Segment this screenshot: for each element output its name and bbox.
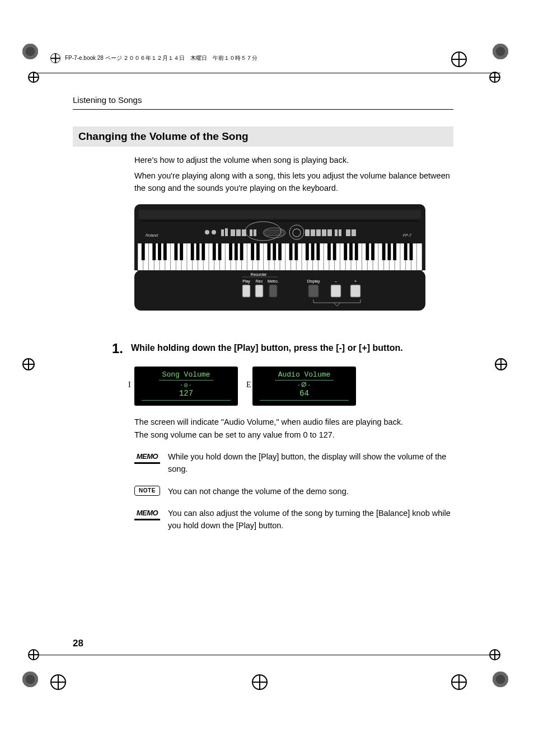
svg-rect-119 (251, 243, 254, 260)
svg-rect-50 (350, 285, 360, 297)
svg-rect-108 (163, 243, 167, 260)
lcd-screens: I Song Volume ·◎· 127 E Audio Volume ·ⵁ·… (134, 367, 453, 406)
lcd-knob-right: ·ⵁ· (297, 382, 311, 388)
model-text: FP-7 (403, 233, 412, 237)
svg-rect-49 (331, 285, 341, 297)
svg-rect-11 (254, 229, 256, 236)
svg-rect-19 (327, 229, 332, 236)
svg-rect-5 (221, 229, 224, 236)
memo-badge-icon: MEMO (134, 451, 160, 464)
svg-rect-135 (371, 243, 374, 260)
reg-mark-midl (22, 358, 35, 370)
svg-point-3 (205, 230, 209, 234)
svg-rect-106 (152, 243, 156, 260)
svg-rect-6 (225, 228, 228, 236)
svg-rect-141 (134, 243, 138, 270)
after-lcd-2: The song volume can be set to any value … (134, 429, 453, 441)
callout-group-label2: Recorder (251, 273, 267, 276)
lcd-knob-left: ·◎· (180, 382, 193, 388)
lcd-val-left: 127 (179, 389, 193, 398)
svg-rect-118 (240, 243, 243, 260)
note-row-1: MEMO While you hold down the [Play] butt… (134, 451, 453, 476)
reg-icon (50, 53, 60, 63)
intro-text: Here's how to adjust the volume when son… (134, 154, 453, 194)
lcd-side-i: I (128, 381, 131, 389)
lcd-audio-volume: E Audio Volume ·ⵁ· 64 (252, 367, 356, 406)
header-stamp: FP-7-e.book 28 ページ ２００６年１２月１４日 木曜日 午前１０時… (50, 53, 484, 63)
svg-rect-1 (139, 210, 421, 219)
running-head: Listening to Songs (73, 95, 453, 110)
svg-rect-121 (268, 243, 271, 260)
svg-point-4 (212, 230, 216, 234)
reg-mark-midr (495, 358, 507, 370)
svg-rect-131 (344, 243, 347, 260)
svg-rect-116 (229, 243, 232, 260)
svg-rect-46 (255, 285, 263, 297)
svg-rect-48 (308, 285, 318, 297)
svg-rect-136 (382, 243, 386, 260)
reg-mark-filled-bl (22, 672, 38, 687)
svg-rect-122 (273, 243, 276, 260)
svg-rect-137 (387, 243, 391, 260)
intro-line2: When you're playing along with a song, t… (134, 170, 453, 195)
svg-rect-124 (289, 243, 293, 260)
reg-mark-filled-tr (493, 44, 508, 59)
svg-rect-115 (218, 243, 222, 260)
step-text: While holding down the [Play] button, pr… (131, 341, 453, 353)
svg-rect-15 (305, 229, 310, 236)
svg-rect-45 (242, 285, 250, 297)
lcd-side-e: E (246, 381, 251, 389)
step-1: 1. While holding down the [Play] button,… (73, 341, 453, 356)
svg-rect-114 (213, 243, 216, 260)
callout2-plus: + (354, 279, 357, 283)
svg-rect-109 (174, 243, 177, 260)
svg-rect-18 (322, 229, 326, 236)
svg-rect-8 (236, 229, 241, 236)
reg-mark-filled-tl (22, 44, 38, 59)
svg-rect-105 (142, 243, 145, 260)
note-row-2: NOTE You can not change the volume of th… (134, 486, 453, 498)
svg-rect-139 (404, 243, 407, 260)
page-number: 28 (73, 638, 83, 649)
crop-line-bottom (34, 655, 500, 655)
svg-rect-120 (256, 243, 260, 260)
svg-rect-111 (191, 243, 194, 260)
reg-mark-ml (28, 72, 39, 83)
memo-badge-icon-2: MEMO (134, 508, 160, 520)
note-row-3: MEMO You can also adjust the volume of t… (134, 508, 453, 532)
lcd-title-right: Audio Volume (275, 370, 334, 381)
keyboard-figure: Roland FP-7 (134, 204, 425, 324)
svg-rect-129 (327, 243, 331, 260)
svg-rect-107 (158, 243, 161, 260)
lcd-title-left: Song Volume (159, 370, 214, 381)
svg-rect-20 (335, 229, 338, 236)
callout2-metro: Metro. (268, 279, 279, 283)
note-text-3: You can also adjust the volume of the so… (168, 508, 453, 532)
reg-mark-mr (489, 72, 500, 83)
lcd-val-right: 64 (299, 389, 309, 398)
svg-rect-112 (196, 243, 200, 260)
after-lcd-text: The screen will indicate "Audio Volume,"… (134, 416, 453, 441)
step-number: 1. (73, 341, 123, 356)
lcd-song-volume: I Song Volume ·◎· 127 (134, 367, 238, 406)
svg-rect-128 (316, 243, 320, 260)
svg-rect-22 (346, 229, 350, 236)
svg-rect-132 (349, 243, 353, 260)
reg-mark-brl (451, 674, 467, 690)
svg-rect-23 (352, 229, 356, 236)
callout2-minus: – (335, 279, 337, 283)
svg-rect-140 (410, 243, 413, 260)
svg-rect-138 (393, 243, 396, 260)
svg-rect-125 (294, 243, 298, 260)
section-heading: Changing the Volume of the Song (73, 126, 453, 147)
svg-rect-126 (306, 243, 309, 260)
after-lcd-1: The screen will indicate "Audio Volume,"… (134, 416, 453, 428)
svg-rect-43 (134, 270, 425, 311)
note-text-1: While you hold down the [Play] button, t… (168, 451, 453, 476)
svg-rect-133 (355, 243, 358, 260)
svg-rect-16 (311, 229, 315, 236)
book-stamp-text: FP-7-e.book 28 ページ ２００６年１２月１４日 木曜日 午前１０時… (65, 54, 257, 62)
callout2-rec: Rec (256, 279, 263, 283)
svg-rect-134 (366, 243, 369, 260)
svg-rect-47 (269, 285, 277, 297)
